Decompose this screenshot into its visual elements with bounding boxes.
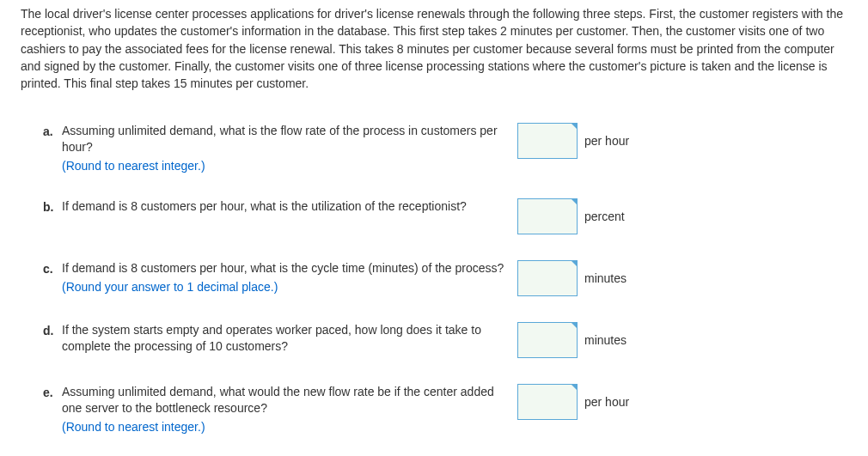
question-b-unit: percent bbox=[584, 210, 625, 223]
problem-prompt: The local driver's license center proces… bbox=[21, 5, 847, 92]
input-corner-icon bbox=[571, 384, 578, 391]
input-corner-icon bbox=[571, 260, 578, 267]
question-b-label: b. bbox=[43, 198, 62, 214]
question-c-note: (Round your answer to 1 decimal place.) bbox=[62, 280, 509, 294]
question-a-text: Assuming unlimited demand, what is the f… bbox=[62, 123, 509, 155]
input-corner-icon bbox=[571, 198, 578, 205]
question-a-note: (Round to nearest integer.) bbox=[62, 159, 509, 173]
question-a-unit: per hour bbox=[584, 134, 629, 148]
question-e-unit: per hour bbox=[584, 395, 629, 409]
question-b: b. If demand is 8 customers per hour, wh… bbox=[43, 198, 847, 234]
input-corner-icon bbox=[571, 322, 578, 329]
question-b-input[interactable] bbox=[517, 198, 578, 234]
question-d-text: If the system starts empty and operates … bbox=[62, 322, 509, 355]
question-e-answerwrap: per hour bbox=[517, 384, 629, 420]
question-d-answerwrap: minutes bbox=[517, 322, 627, 358]
question-d-unit: minutes bbox=[584, 333, 627, 347]
question-b-text: If demand is 8 customers per hour, what … bbox=[62, 198, 509, 215]
question-c: c. If demand is 8 customers per hour, wh… bbox=[43, 260, 847, 296]
question-d-textwrap: If the system starts empty and operates … bbox=[62, 322, 517, 358]
question-c-answerwrap: minutes bbox=[517, 260, 627, 296]
input-corner-icon bbox=[571, 123, 578, 130]
question-e-textwrap: Assuming unlimited demand, what would th… bbox=[62, 384, 517, 434]
question-e-label: e. bbox=[43, 384, 62, 399]
question-c-text: If demand is 8 customers per hour, what … bbox=[62, 260, 509, 277]
question-c-input[interactable] bbox=[517, 260, 578, 296]
question-d-input[interactable] bbox=[517, 322, 578, 358]
question-a-input[interactable] bbox=[517, 123, 578, 159]
question-c-unit: minutes bbox=[584, 271, 627, 285]
questions-container: a. Assuming unlimited demand, what is th… bbox=[21, 123, 847, 434]
question-a-label: a. bbox=[43, 123, 62, 138]
question-e-input[interactable] bbox=[517, 384, 578, 420]
question-b-textwrap: If demand is 8 customers per hour, what … bbox=[62, 198, 517, 218]
question-d-label: d. bbox=[43, 322, 62, 337]
question-e: e. Assuming unlimited demand, what would… bbox=[43, 384, 847, 434]
question-e-text: Assuming unlimited demand, what would th… bbox=[62, 384, 509, 416]
question-a-answerwrap: per hour bbox=[517, 123, 629, 159]
question-b-answerwrap: percent bbox=[517, 198, 625, 234]
question-a-textwrap: Assuming unlimited demand, what is the f… bbox=[62, 123, 517, 173]
question-e-note: (Round to nearest integer.) bbox=[62, 420, 509, 434]
question-c-label: c. bbox=[43, 260, 62, 276]
question-a: a. Assuming unlimited demand, what is th… bbox=[43, 123, 847, 173]
question-d: d. If the system starts empty and operat… bbox=[43, 322, 847, 358]
question-c-textwrap: If demand is 8 customers per hour, what … bbox=[62, 260, 517, 294]
